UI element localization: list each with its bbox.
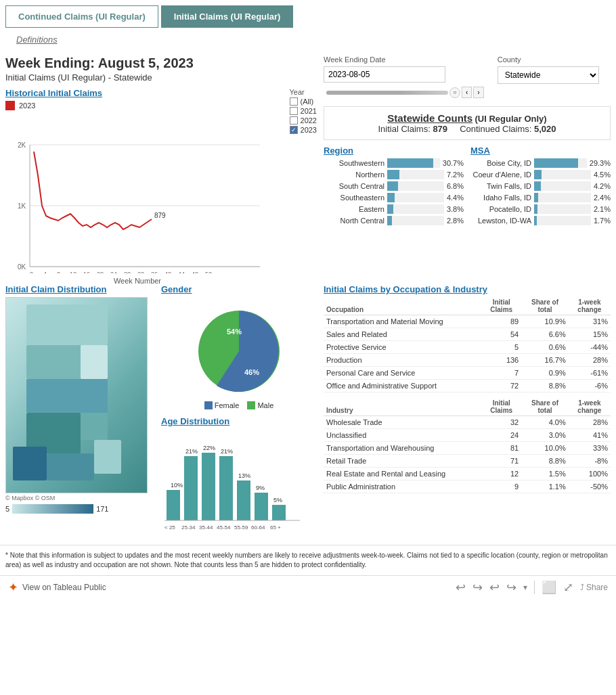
tableau-label[interactable]: View on Tableau Public	[22, 583, 106, 592]
msa-bar-pct: 2.4%	[594, 194, 611, 202]
table-row: Retail Trade 71 8.8% -8%	[324, 455, 611, 468]
table-row: Transportation and Material Moving 89 10…	[324, 315, 611, 328]
ind-label: Unclassified	[324, 429, 481, 442]
gender-pie-chart: 54% 46%	[185, 297, 293, 399]
age-distribution-title: Age Distribution	[161, 416, 317, 426]
svg-text:21%: 21%	[185, 448, 198, 455]
monitor-btn[interactable]: ⬜	[542, 580, 556, 595]
checkbox-all[interactable]	[290, 97, 298, 106]
svg-text:10%: 10%	[171, 482, 183, 489]
msa-bar-pct: 4.5%	[594, 171, 611, 179]
date-nav-next[interactable]: ›	[473, 87, 483, 98]
occ-share: 6.6%	[521, 328, 568, 341]
occ-label: Office and Administrative Support	[324, 380, 481, 393]
region-bar-row: South Central 6.8%	[324, 181, 464, 191]
svg-rect-35	[167, 490, 180, 520]
ind-label: Public Administration	[324, 480, 481, 493]
historical-line-chart: 2K 1K 0K 879 0 4 8	[5, 138, 263, 273]
ind-label: Retail Trade	[324, 455, 481, 468]
occ-claims: 136	[481, 354, 521, 367]
ind-label: Real Estate and Rental and Leasing	[324, 468, 481, 480]
svg-text:36: 36	[151, 271, 158, 273]
checkbox-2023[interactable]: ✓	[290, 126, 298, 134]
occ-change: 15%	[569, 328, 611, 341]
occ-col-header: Occupation	[324, 297, 481, 315]
region-bar-container	[387, 158, 440, 168]
ind-change: -50%	[569, 480, 611, 493]
table-row: Public Administration 9 1.1% -50%	[324, 480, 611, 493]
msa-bar-fill	[534, 181, 541, 191]
region-bar-label: Southwestern	[324, 159, 384, 167]
occ-claims: 54	[481, 328, 521, 341]
ind-label: Wholesale Trade	[324, 416, 481, 429]
checkbox-2022[interactable]	[290, 116, 298, 125]
region-bar-fill	[387, 158, 433, 168]
checkbox-2021[interactable]	[290, 107, 298, 115]
region-bar-fill	[387, 181, 398, 191]
region-bar-row: Southwestern 30.7%	[324, 158, 464, 168]
svg-rect-41	[202, 453, 215, 520]
ind-claims-header: InitialClaims	[481, 398, 521, 416]
table-row: Office and Administrative Support 72 8.8…	[324, 380, 611, 393]
msa-bar-fill	[534, 170, 542, 179]
svg-text:25-34: 25-34	[181, 524, 196, 531]
definitions-link[interactable]: Definitions	[8, 30, 66, 49]
expand-btn[interactable]: ⤢	[563, 580, 573, 595]
svg-text:22%: 22%	[203, 445, 215, 451]
svg-text:24: 24	[110, 271, 117, 273]
ind-claims: 32	[481, 416, 521, 429]
occ-share-header: Share oftotal	[521, 297, 568, 315]
msa-title[interactable]: MSA	[470, 145, 611, 156]
msa-bar-pct: 1.7%	[594, 217, 611, 225]
occ-claims-header: InitialClaims	[481, 297, 521, 315]
region-title[interactable]: Region	[324, 145, 464, 156]
svg-rect-30	[47, 453, 94, 480]
occ-change: 31%	[569, 315, 611, 328]
year-2021-label: 2021	[301, 107, 317, 115]
svg-text:48: 48	[192, 271, 198, 273]
tab-continued-claims[interactable]: Continued Claims (UI Regular)	[5, 5, 158, 28]
svg-text:60-64: 60-64	[251, 524, 265, 531]
date-input[interactable]	[324, 66, 445, 83]
ind-share: 8.8%	[521, 455, 568, 468]
date-nav-prev[interactable]: ‹	[462, 87, 472, 98]
redo-btn[interactable]: ↪	[472, 580, 483, 595]
occ-share: 8.8%	[521, 380, 568, 393]
occ-claims: 5	[481, 341, 521, 354]
svg-text:0: 0	[30, 271, 33, 273]
region-bar-label: Eastern	[324, 205, 384, 213]
svg-text:0K: 0K	[18, 263, 26, 271]
msa-bar-fill	[534, 204, 537, 214]
svg-rect-31	[94, 440, 121, 474]
occ-share: 10.9%	[521, 315, 568, 328]
ind-share: 4.0%	[521, 416, 568, 429]
svg-text:35-44: 35-44	[199, 524, 213, 531]
ind-share: 1.1%	[521, 480, 568, 493]
nav-dropdown[interactable]: ▾	[523, 583, 527, 592]
msa-bar-row: Lewston, ID-WA 1.7%	[470, 216, 611, 225]
svg-text:< 25: < 25	[164, 524, 175, 531]
region-bar-fill	[387, 170, 399, 179]
undo-btn[interactable]: ↩	[456, 580, 466, 595]
occ-change: 28%	[569, 354, 611, 367]
occ-label: Production	[324, 354, 481, 367]
tab-initial-claims[interactable]: Initial Claims (UI Regular)	[161, 5, 293, 28]
ind-change: 28%	[569, 416, 611, 429]
msa-bar-container	[534, 216, 591, 225]
svg-text:54%: 54%	[227, 328, 242, 336]
map-attribution: © Mapbox © OSM	[5, 495, 154, 501]
share-btn[interactable]: ⤴ Share	[580, 583, 608, 592]
msa-bar-row: Idaho Falls, ID 2.4%	[470, 193, 611, 202]
reset-btn[interactable]: ↩	[489, 580, 500, 595]
ind-change: 100%	[569, 468, 611, 480]
date-nav-circle[interactable]: ○	[449, 87, 460, 98]
region-bar-pct: 3.8%	[447, 205, 464, 213]
county-select[interactable]: Statewide	[498, 66, 599, 84]
ind-claims: 9	[481, 480, 521, 493]
ind-change: -8%	[569, 455, 611, 468]
svg-text:12: 12	[70, 271, 76, 273]
ind-change-header: 1-weekchange	[569, 398, 611, 416]
region-bar-container	[387, 204, 444, 214]
svg-text:16: 16	[83, 271, 90, 273]
forward-btn[interactable]: ↪	[506, 580, 516, 595]
